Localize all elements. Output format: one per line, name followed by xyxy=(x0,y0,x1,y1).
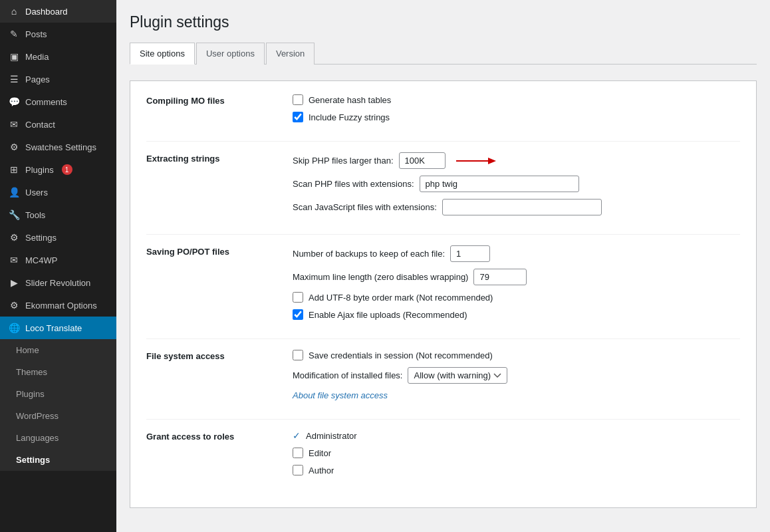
sidebar-item-dashboard[interactable]: ⌂ Dashboard xyxy=(0,0,116,23)
users-icon: 👤 xyxy=(8,187,20,198)
sidebar-item-pages[interactable]: ☰ Pages xyxy=(0,68,116,90)
arrow-indicator xyxy=(456,156,496,166)
scan-js-input[interactable] xyxy=(442,199,602,215)
scan-php-row: Scan PHP files with extensions: xyxy=(293,176,740,192)
divider-1 xyxy=(146,141,740,142)
tab-user-options[interactable]: User options xyxy=(196,43,265,65)
author-row: Author xyxy=(293,465,740,475)
mod-files-select[interactable]: Allow (with warning) Deny Allow xyxy=(408,367,507,384)
mc4wp-icon: ✉ xyxy=(8,255,20,265)
administrator-check-icon: ✓ xyxy=(293,430,301,441)
sidebar-item-posts[interactable]: ✎ Posts xyxy=(0,23,116,45)
main-content: Plugin settings Site options User option… xyxy=(116,0,770,532)
saving-fields: Number of backups to keep of each file: … xyxy=(293,245,740,320)
save-creds-row: Save credentials in session (Not recomme… xyxy=(293,350,740,360)
slider-icon: ▶ xyxy=(8,277,20,288)
save-creds-label[interactable]: Save credentials in session (Not recomme… xyxy=(293,350,493,360)
compiling-label: Compiling MO files xyxy=(146,94,293,106)
roles-fields: ✓ Administrator Editor Author xyxy=(293,430,740,475)
author-label[interactable]: Author xyxy=(293,465,334,475)
sidebar-item-loco[interactable]: 🌐 Loco Translate xyxy=(0,317,116,339)
svg-marker-1 xyxy=(488,158,496,164)
scan-js-row: Scan JavaScript files with extensions: xyxy=(293,199,740,215)
swatches-icon: ⚙ xyxy=(8,142,20,152)
loco-icon: 🌐 xyxy=(8,323,20,333)
divider-3 xyxy=(146,338,740,339)
utf8-checkbox[interactable] xyxy=(293,292,303,303)
save-creds-checkbox[interactable] xyxy=(293,350,303,360)
editor-label[interactable]: Editor xyxy=(293,448,331,458)
generate-hash-checkbox[interactable] xyxy=(293,94,303,105)
ekommart-icon: ⚙ xyxy=(8,300,20,311)
sidebar-item-contact[interactable]: ✉ Contact xyxy=(0,113,116,136)
divider-4 xyxy=(146,419,740,420)
mod-files-row: Modification of installed files: Allow (… xyxy=(293,367,740,384)
sidebar-item-plugins[interactable]: ⊞ Plugins 1 xyxy=(0,158,116,181)
submenu-plugins[interactable]: Plugins xyxy=(0,383,116,405)
section-roles: Grant access to roles ✓ Administrator Ed… xyxy=(146,430,740,475)
loco-submenu: Home Themes Plugins WordPress Languages … xyxy=(0,339,116,471)
include-fuzzy-row: Include Fuzzy strings xyxy=(293,112,740,122)
skip-php-input[interactable] xyxy=(399,152,446,169)
sidebar-item-tools[interactable]: 🔧 Tools xyxy=(0,203,116,226)
roles-label: Grant access to roles xyxy=(146,430,293,442)
sidebar-item-users[interactable]: 👤 Users xyxy=(0,181,116,203)
section-saving: Saving PO/POT files Number of backups to… xyxy=(146,245,740,320)
tab-version[interactable]: Version xyxy=(266,43,315,65)
extracting-label: Extracting strings xyxy=(146,152,293,164)
tab-site-options[interactable]: Site options xyxy=(130,43,195,65)
submenu-home[interactable]: Home xyxy=(0,339,116,361)
plugins-icon: ⊞ xyxy=(8,164,20,175)
ajax-row: Enable Ajax file uploads (Recommended) xyxy=(293,309,740,320)
sidebar-item-comments[interactable]: 💬 Comments xyxy=(0,90,116,113)
max-line-input[interactable] xyxy=(473,269,527,285)
ajax-label[interactable]: Enable Ajax file uploads (Recommended) xyxy=(293,309,467,320)
editor-checkbox[interactable] xyxy=(293,448,303,458)
filesystem-fields: Save credentials in session (Not recomme… xyxy=(293,350,740,400)
settings-icon: ⚙ xyxy=(8,232,20,243)
about-filesystem-row: About file system access xyxy=(293,390,740,400)
section-filesystem: File system access Save credentials in s… xyxy=(146,350,740,400)
submenu-languages[interactable]: Languages xyxy=(0,427,116,449)
divider-2 xyxy=(146,234,740,235)
tools-icon: 🔧 xyxy=(8,209,20,220)
sidebar-item-swatches[interactable]: ⚙ Swatches Settings xyxy=(0,136,116,158)
sidebar-item-slider[interactable]: ▶ Slider Revolution xyxy=(0,271,116,294)
page-title: Plugin settings xyxy=(130,13,757,31)
tabs: Site options User options Version xyxy=(130,42,757,65)
about-filesystem-link[interactable]: About file system access xyxy=(293,390,388,400)
sidebar-item-settings[interactable]: ⚙ Settings xyxy=(0,226,116,249)
include-fuzzy-label[interactable]: Include Fuzzy strings xyxy=(293,112,390,122)
include-fuzzy-checkbox[interactable] xyxy=(293,112,303,122)
compiling-fields: Generate hash tables Include Fuzzy strin… xyxy=(293,94,740,122)
submenu-wordpress[interactable]: WordPress xyxy=(0,405,116,427)
media-icon: ▣ xyxy=(8,51,20,62)
section-compiling: Compiling MO files Generate hash tables … xyxy=(146,94,740,122)
ajax-checkbox[interactable] xyxy=(293,309,303,320)
submenu-themes[interactable]: Themes xyxy=(0,361,116,383)
sidebar: ⌂ Dashboard ✎ Posts ▣ Media ☰ Pages 💬 Co… xyxy=(0,0,116,532)
sidebar-item-mc4wp[interactable]: ✉ MC4WP xyxy=(0,249,116,271)
contact-icon: ✉ xyxy=(8,119,20,130)
generate-hash-row: Generate hash tables xyxy=(293,94,740,105)
plugins-badge: 1 xyxy=(62,164,72,175)
saving-label: Saving PO/POT files xyxy=(146,245,293,257)
backups-row: Number of backups to keep of each file: xyxy=(293,245,740,262)
extracting-fields: Skip PHP files larger than: Scan PHP fil… xyxy=(293,152,740,215)
author-checkbox[interactable] xyxy=(293,465,303,475)
submenu-settings[interactable]: Settings xyxy=(0,449,116,471)
posts-icon: ✎ xyxy=(8,29,20,39)
backups-input[interactable] xyxy=(450,245,490,262)
settings-content: Compiling MO files Generate hash tables … xyxy=(130,80,757,508)
filesystem-label: File system access xyxy=(146,350,293,361)
comments-icon: 💬 xyxy=(8,96,20,107)
sidebar-item-media[interactable]: ▣ Media xyxy=(0,45,116,68)
editor-row: Editor xyxy=(293,448,740,458)
max-line-row: Maximum line length (zero disables wrapp… xyxy=(293,269,740,285)
generate-hash-label[interactable]: Generate hash tables xyxy=(293,94,391,105)
scan-php-input[interactable] xyxy=(420,176,579,192)
pages-icon: ☰ xyxy=(8,74,20,84)
utf8-label[interactable]: Add UTF-8 byte order mark (Not recommend… xyxy=(293,292,493,303)
sidebar-item-ekommart[interactable]: ⚙ Ekommart Options xyxy=(0,294,116,317)
dashboard-icon: ⌂ xyxy=(8,6,20,17)
